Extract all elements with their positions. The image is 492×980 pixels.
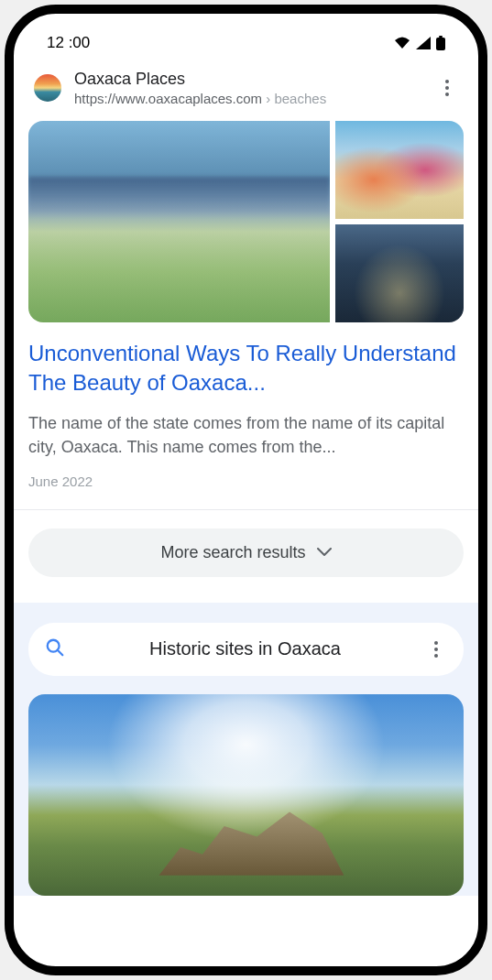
result-title[interactable]: Unconventional Ways To Really Understand… (28, 339, 464, 398)
search-icon (45, 637, 65, 661)
status-time: 12 :00 (47, 34, 90, 52)
site-favicon (34, 74, 61, 102)
result-image-secondary-1[interactable] (335, 121, 464, 219)
svg-line-3 (58, 650, 63, 656)
related-section: Historic sites in Oaxaca (14, 603, 478, 896)
related-more-options-button[interactable] (425, 638, 447, 660)
result-image-main[interactable] (28, 121, 330, 322)
status-icons (394, 36, 445, 50)
result-image-secondary-2[interactable] (335, 224, 464, 322)
result-date: June 2022 (28, 474, 464, 489)
result-image-grid[interactable] (28, 121, 464, 322)
battery-icon (436, 36, 445, 50)
divider (14, 509, 478, 510)
related-image[interactable] (28, 694, 464, 896)
more-results-label: More search results (160, 543, 305, 562)
related-title: Historic sites in Oaxaca (82, 638, 409, 659)
more-options-button[interactable] (436, 77, 458, 99)
site-info: Oaxaca Places https://www.oaxacaplaces.c… (74, 69, 423, 108)
result-site-header[interactable]: Oaxaca Places https://www.oaxacaplaces.c… (28, 61, 464, 121)
site-url-text: https://www.oaxacaplaces.com (74, 91, 262, 106)
svg-rect-0 (439, 36, 443, 38)
wifi-icon (394, 37, 410, 49)
related-search-pill[interactable]: Historic sites in Oaxaca (28, 623, 464, 676)
result-snippet: The name of the state comes from the nam… (28, 411, 464, 459)
svg-rect-1 (436, 38, 445, 50)
phone-frame: 12 :00 Oaxaca Places https://www.oaxacap… (5, 5, 487, 975)
status-bar: 12 :00 (14, 14, 478, 61)
chevron-down-icon (317, 548, 332, 557)
more-search-results-button[interactable]: More search results (28, 528, 464, 577)
breadcrumb: beaches (274, 91, 326, 106)
cellular-icon (416, 37, 431, 49)
breadcrumb-separator: › (262, 91, 274, 106)
site-url: https://www.oaxacaplaces.com › beaches (74, 90, 423, 108)
site-name: Oaxaca Places (74, 69, 423, 90)
